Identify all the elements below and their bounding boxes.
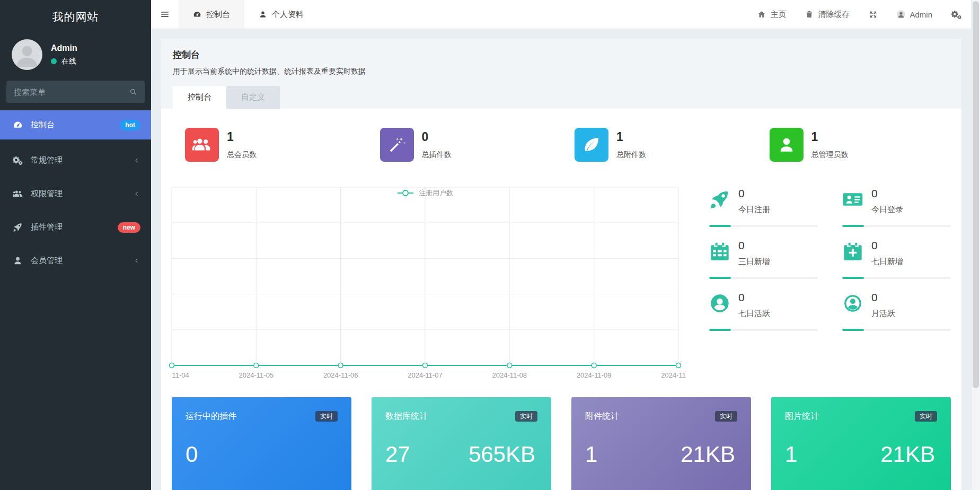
panel-body: 1总会员数0总插件数1总附件数1总管理员数 注册用户数 [161, 109, 961, 490]
trash-icon [805, 10, 814, 19]
card-title: 附件统计 [585, 411, 619, 422]
gears-icon [13, 155, 23, 165]
search-icon[interactable] [129, 88, 137, 96]
sidebar-toggle-button[interactable] [151, 0, 179, 29]
calendar-icon [709, 241, 730, 262]
user-circle-icon [709, 293, 730, 314]
stat-label: 总插件数 [422, 150, 452, 160]
realtime-badge: 实时 [315, 411, 338, 422]
search-input[interactable] [14, 88, 129, 97]
content-wrapper: 控制台 用于展示当前系统中的统计数据、统计报表及重要实时数据 控制台自定义 1总… [151, 29, 980, 490]
home-link[interactable]: 主页 [757, 10, 786, 20]
panel-tab-1[interactable]: 自定义 [226, 86, 280, 109]
stat-icon-box [770, 128, 804, 162]
home-icon [757, 10, 766, 19]
quick-stat-label: 三日新增 [738, 257, 770, 267]
realtime-card-1: 数据库统计实时27565KB [372, 397, 551, 490]
quick-stat-label: 今日登录 [871, 205, 903, 215]
users-icon [13, 189, 23, 199]
sidebar-item-1[interactable]: 常规管理 [0, 144, 151, 177]
app-window: 我的网站 Admin 在线 控制台hot常规管理权限管理插件管理new会员管理 [0, 0, 980, 490]
menu-item-label: 权限管理 [31, 189, 133, 199]
quick-stat-value: 0 [738, 187, 770, 200]
user-status: 在线 [51, 57, 77, 66]
tab-label: 个人资料 [272, 10, 304, 20]
quick-stat-0: 0今日注册 [709, 187, 818, 227]
realtime-cards-row: 运行中的插件实时0数据库统计实时27565KB附件统计实时121KB图片统计实时… [172, 397, 951, 490]
navbar-tab-0[interactable]: 控制台 [179, 0, 244, 29]
online-dot-icon [51, 58, 57, 64]
user-menu[interactable]: Admin [897, 10, 932, 19]
x-tick-label: 2024-11-06 [323, 371, 358, 379]
sidebar-item-4[interactable]: 会员管理 [0, 244, 151, 277]
realtime-card-3: 图片统计实时121KB [771, 397, 951, 490]
page-subtitle: 用于展示当前系统中的统计数据、统计报表及重要实时数据 [173, 67, 950, 76]
card-title: 图片统计 [785, 411, 819, 422]
legend-label: 注册用户数 [419, 188, 453, 198]
stat-label: 总附件数 [616, 150, 646, 160]
rocket-icon [13, 222, 23, 232]
username-label: Admin [910, 10, 932, 19]
card-size: 21KB [681, 442, 735, 467]
panel-tab-0[interactable]: 控制台 [173, 86, 226, 109]
menu-item-label: 常规管理 [31, 155, 133, 165]
menu-item-label: 插件管理 [31, 222, 118, 232]
stat-value: 1 [227, 130, 257, 144]
x-tick-label: 2024-11-09 [577, 371, 612, 379]
sidebar-item-2[interactable]: 权限管理 [0, 177, 151, 211]
x-tick-label: 2024-11-07 [408, 371, 443, 379]
scrollbar-thumb[interactable] [973, 1, 979, 388]
user-panel: Admin 在线 [0, 34, 151, 73]
chart-legend[interactable]: 注册用户数 [172, 188, 678, 198]
progress-bar [709, 277, 818, 279]
total-stat-0: 1总会员数 [172, 128, 367, 162]
progress-bar [842, 225, 951, 227]
middle-row: 注册用户数 2024-11-042024-11-052024-11-062024… [172, 187, 951, 381]
stat-icon-box [575, 128, 608, 162]
chevron-left-icon [133, 257, 140, 265]
chevron-left-icon [133, 190, 140, 198]
quick-stat-2: 0三日新增 [709, 239, 818, 279]
totals-row: 1总会员数0总插件数1总附件数1总管理员数 [172, 128, 951, 162]
realtime-card-0: 运行中的插件实时0 [172, 397, 351, 490]
card-title: 数据库统计 [385, 411, 428, 422]
user-icon [13, 256, 23, 266]
leaf-icon [582, 135, 601, 154]
realtime-badge: 实时 [915, 411, 937, 422]
menu-search [6, 81, 145, 103]
clear-cache-label: 清除缓存 [818, 10, 850, 20]
realtime-badge: 实时 [715, 411, 737, 422]
navbar-tabs: 控制台个人资料 [179, 0, 318, 29]
card-value: 1 [785, 442, 797, 467]
quick-stats-grid: 0今日注册0今日登录0三日新增0七日新增0七日活跃0月活跃 [709, 187, 951, 381]
main-area: 控制台个人资料 主页 清除缓存 [151, 0, 980, 490]
navbar-tab-1[interactable]: 个人资料 [244, 0, 318, 29]
home-label: 主页 [770, 10, 786, 20]
menu-item-label: 控制台 [31, 120, 120, 130]
clear-cache-link[interactable]: 清除缓存 [805, 10, 850, 20]
dashboard-icon [13, 120, 23, 130]
sidebar: 我的网站 Admin 在线 控制台hot常规管理权限管理插件管理new会员管理 [0, 0, 151, 490]
user-icon [259, 10, 267, 19]
window-scrollbar[interactable] [971, 0, 980, 490]
sidebar-item-0[interactable]: 控制台hot [0, 110, 151, 139]
chart-plot [172, 187, 678, 365]
settings-gears-icon[interactable] [951, 10, 961, 20]
total-stat-2: 1总附件数 [561, 128, 756, 162]
fullscreen-icon[interactable] [869, 10, 878, 19]
quick-stat-value: 0 [871, 291, 895, 304]
panel-heading: 控制台 用于展示当前系统中的统计数据、统计报表及重要实时数据 控制台自定义 [161, 39, 961, 109]
avatar [897, 10, 905, 19]
quick-stat-label: 月活跃 [871, 309, 895, 319]
user-name: Admin [51, 43, 77, 53]
menu-item-label: 会员管理 [31, 256, 133, 266]
stat-value: 0 [422, 130, 452, 144]
quick-stat-value: 0 [738, 239, 770, 252]
progress-bar [842, 277, 951, 279]
card-value: 27 [385, 442, 410, 467]
quick-stat-value: 0 [738, 291, 770, 304]
status-label: 在线 [61, 57, 76, 66]
x-tick-label: 2024-11-04 [172, 371, 189, 379]
sidebar-item-3[interactable]: 插件管理new [0, 211, 151, 244]
rocket-icon [709, 189, 730, 210]
